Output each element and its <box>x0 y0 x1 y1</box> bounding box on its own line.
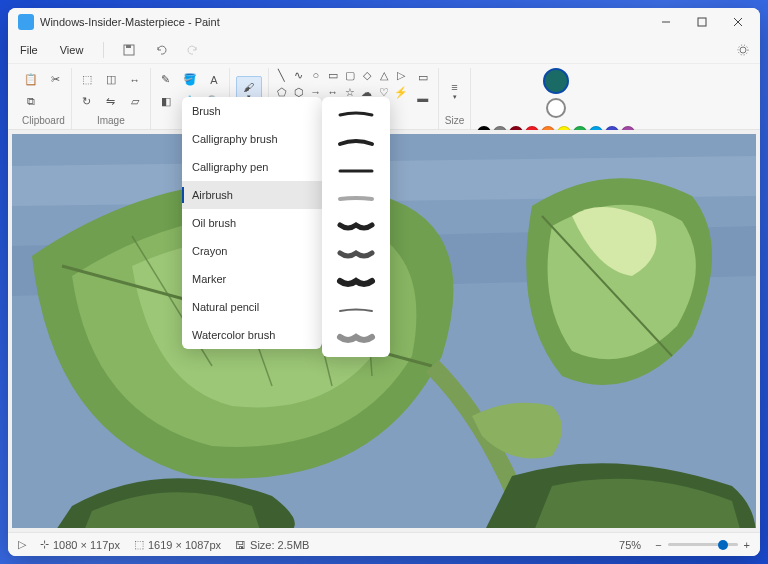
skew-icon[interactable]: ▱ <box>126 93 144 111</box>
brush-preview-stroke <box>322 101 390 129</box>
group-colors: Colors <box>471 68 641 129</box>
group-label-clipboard: Clipboard <box>22 113 65 129</box>
zoom-value: 75% <box>619 539 641 551</box>
cut-icon[interactable]: ✂ <box>46 71 64 89</box>
maximize-button[interactable] <box>684 8 720 36</box>
pencil-icon[interactable]: ✎ <box>157 71 175 89</box>
zoom-slider[interactable] <box>668 543 738 546</box>
flip-icon[interactable]: ⇋ <box>102 93 120 111</box>
brush-preview-stroke <box>322 325 390 353</box>
save-icon[interactable] <box>120 41 138 59</box>
brush-preview <box>322 97 390 357</box>
window-title: Windows-Insider-Masterpiece - Paint <box>40 16 648 28</box>
group-size: ≡▾ Size <box>439 68 471 129</box>
brush-preview-stroke <box>322 213 390 241</box>
menubar: File View <box>8 36 760 64</box>
brush-option[interactable]: Calligraphy brush <box>182 125 322 153</box>
select-icon[interactable]: ⬚ <box>78 71 96 89</box>
titlebar: Windows-Insider-Masterpiece - Paint <box>8 8 760 36</box>
eraser-icon[interactable]: ◧ <box>157 93 175 111</box>
zoom-in-button[interactable]: + <box>744 539 750 551</box>
fill-icon[interactable]: 🪣 <box>181 71 199 89</box>
cursor-icon: ▷ <box>18 538 26 551</box>
group-image: ⬚ ◫ ↔ ↻ ⇋ ▱ Image <box>72 68 151 129</box>
brush-preview-stroke <box>322 129 390 157</box>
svg-rect-1 <box>698 18 706 26</box>
copy-icon[interactable]: ⧉ <box>22 93 40 111</box>
zoom-out-button[interactable]: − <box>655 539 661 551</box>
secondary-color[interactable] <box>546 98 566 118</box>
brush-option[interactable]: Watercolor brush <box>182 321 322 349</box>
brush-preview-stroke <box>322 185 390 213</box>
group-clipboard: 📋 ✂ ⧉ Clipboard <box>16 68 72 129</box>
undo-icon[interactable] <box>152 41 170 59</box>
brush-preview-stroke <box>322 269 390 297</box>
paste-icon[interactable]: 📋 <box>22 71 40 89</box>
text-icon[interactable]: A <box>205 71 223 89</box>
rotate-icon[interactable]: ↻ <box>78 93 96 111</box>
statusbar: ▷ ⊹ 1080 × 117px ⬚ 1619 × 1087px 🖫 Size:… <box>8 532 760 556</box>
svg-rect-5 <box>126 45 131 48</box>
app-icon <box>18 14 34 30</box>
status-position: ⊹ 1080 × 117px <box>40 538 120 551</box>
brush-option[interactable]: Crayon <box>182 237 322 265</box>
resize-icon[interactable]: ↔ <box>126 71 144 89</box>
minimize-button[interactable] <box>648 8 684 36</box>
group-label-image: Image <box>97 113 125 129</box>
brush-preview-stroke <box>322 241 390 269</box>
brush-option[interactable]: Marker <box>182 265 322 293</box>
status-filesize: 🖫 Size: 2.5MB <box>235 539 309 551</box>
brush-option[interactable]: Calligraphy pen <box>182 153 322 181</box>
group-label-size: Size <box>445 113 464 129</box>
brush-option[interactable]: Natural pencil <box>182 293 322 321</box>
primary-color[interactable] <box>543 68 569 94</box>
menu-file[interactable]: File <box>16 41 42 59</box>
shape-fill-icon[interactable]: ▬ <box>414 89 432 107</box>
size-dropdown[interactable]: ≡▾ <box>446 76 464 106</box>
close-button[interactable] <box>720 8 756 36</box>
shape-outline-icon[interactable]: ▭ <box>414 68 432 86</box>
brush-menu: BrushCalligraphy brushCalligraphy penAir… <box>182 97 322 349</box>
menu-view[interactable]: View <box>56 41 88 59</box>
brush-preview-stroke <box>322 157 390 185</box>
svg-point-6 <box>740 47 746 53</box>
settings-icon[interactable] <box>734 41 752 59</box>
brush-option[interactable]: Oil brush <box>182 209 322 237</box>
brush-preview-stroke <box>322 297 390 325</box>
redo-icon[interactable] <box>184 41 202 59</box>
brush-option[interactable]: Airbrush <box>182 181 322 209</box>
status-selection: ⬚ 1619 × 1087px <box>134 538 221 551</box>
brush-option[interactable]: Brush <box>182 97 322 125</box>
crop-icon[interactable]: ◫ <box>102 71 120 89</box>
